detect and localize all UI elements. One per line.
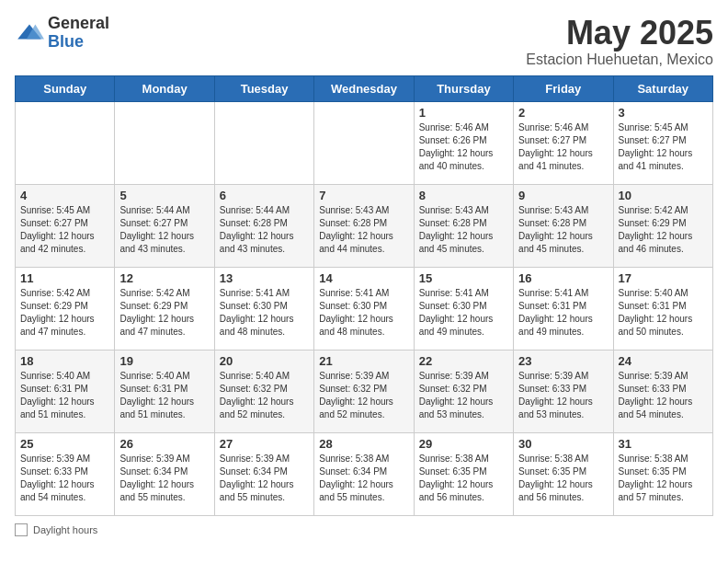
day-number: 20 bbox=[220, 354, 309, 368]
day-number: 4 bbox=[20, 189, 109, 202]
day-info: Sunrise: 5:39 AM Sunset: 6:33 PM Dayligh… bbox=[619, 370, 708, 421]
calendar-week-2: 4Sunrise: 5:45 AM Sunset: 6:27 PM Daylig… bbox=[16, 184, 713, 267]
day-info: Sunrise: 5:42 AM Sunset: 6:29 PM Dayligh… bbox=[619, 204, 708, 256]
day-number: 24 bbox=[619, 354, 708, 368]
day-info: Sunrise: 5:43 AM Sunset: 6:28 PM Dayligh… bbox=[518, 204, 608, 256]
location: Estacion Huehuetan, Mexico bbox=[526, 52, 713, 68]
day-info: Sunrise: 5:44 AM Sunset: 6:28 PM Dayligh… bbox=[220, 204, 309, 256]
logo-general-text: General bbox=[48, 14, 109, 32]
day-number: 2 bbox=[518, 106, 608, 120]
day-number: 8 bbox=[419, 189, 508, 202]
day-number: 25 bbox=[20, 437, 109, 451]
day-number: 22 bbox=[419, 354, 508, 368]
logo-blue-text: Blue bbox=[48, 32, 84, 51]
calendar-cell: 23Sunrise: 5:39 AM Sunset: 6:33 PM Dayli… bbox=[514, 350, 613, 432]
daylight-box bbox=[15, 523, 28, 536]
day-number: 7 bbox=[319, 189, 408, 202]
day-info: Sunrise: 5:38 AM Sunset: 6:34 PM Dayligh… bbox=[319, 453, 408, 504]
day-number: 31 bbox=[619, 437, 708, 451]
day-header-sunday: Sunday bbox=[16, 75, 115, 101]
day-number: 5 bbox=[119, 189, 209, 202]
calendar-week-4: 18Sunrise: 5:40 AM Sunset: 6:31 PM Dayli… bbox=[16, 350, 713, 432]
day-info: Sunrise: 5:43 AM Sunset: 6:28 PM Dayligh… bbox=[419, 204, 508, 256]
calendar-cell: 2Sunrise: 5:46 AM Sunset: 6:27 PM Daylig… bbox=[514, 101, 613, 184]
calendar-header-row: SundayMondayTuesdayWednesdayThursdayFrid… bbox=[16, 75, 713, 101]
day-number: 18 bbox=[20, 354, 109, 368]
calendar-cell: 17Sunrise: 5:40 AM Sunset: 6:31 PM Dayli… bbox=[613, 267, 712, 350]
day-number: 1 bbox=[419, 106, 508, 120]
day-number: 13 bbox=[220, 271, 309, 285]
calendar-cell: 6Sunrise: 5:44 AM Sunset: 6:28 PM Daylig… bbox=[214, 184, 313, 267]
day-info: Sunrise: 5:40 AM Sunset: 6:31 PM Dayligh… bbox=[619, 287, 708, 339]
day-number: 23 bbox=[518, 354, 608, 368]
calendar-cell: 12Sunrise: 5:42 AM Sunset: 6:29 PM Dayli… bbox=[115, 267, 214, 350]
day-info: Sunrise: 5:39 AM Sunset: 6:32 PM Dayligh… bbox=[419, 370, 508, 421]
calendar-cell: 8Sunrise: 5:43 AM Sunset: 6:28 PM Daylig… bbox=[414, 184, 513, 267]
calendar-cell: 26Sunrise: 5:39 AM Sunset: 6:34 PM Dayli… bbox=[115, 432, 214, 515]
day-info: Sunrise: 5:39 AM Sunset: 6:32 PM Dayligh… bbox=[319, 370, 408, 421]
day-number: 15 bbox=[419, 271, 508, 285]
calendar-cell: 15Sunrise: 5:41 AM Sunset: 6:30 PM Dayli… bbox=[414, 267, 513, 350]
page-header: General Blue May 2025 Estacion Huehuetan… bbox=[15, 15, 713, 68]
day-number: 9 bbox=[518, 189, 608, 202]
day-info: Sunrise: 5:46 AM Sunset: 6:26 PM Dayligh… bbox=[419, 121, 508, 173]
day-number: 30 bbox=[518, 437, 608, 451]
day-number: 16 bbox=[518, 271, 608, 285]
calendar-cell: 14Sunrise: 5:41 AM Sunset: 6:30 PM Dayli… bbox=[314, 267, 414, 350]
day-info: Sunrise: 5:41 AM Sunset: 6:30 PM Dayligh… bbox=[220, 287, 309, 339]
day-number: 29 bbox=[419, 437, 508, 451]
calendar-week-1: 1Sunrise: 5:46 AM Sunset: 6:26 PM Daylig… bbox=[16, 101, 713, 184]
day-header-tuesday: Tuesday bbox=[214, 75, 313, 101]
day-number: 17 bbox=[619, 271, 708, 285]
day-info: Sunrise: 5:39 AM Sunset: 6:34 PM Dayligh… bbox=[119, 453, 209, 504]
title-block: May 2025 Estacion Huehuetan, Mexico bbox=[526, 15, 713, 68]
calendar-cell bbox=[16, 101, 115, 184]
day-header-saturday: Saturday bbox=[613, 75, 712, 101]
calendar-cell: 11Sunrise: 5:42 AM Sunset: 6:29 PM Dayli… bbox=[16, 267, 115, 350]
calendar-cell bbox=[115, 101, 214, 184]
calendar-cell: 31Sunrise: 5:38 AM Sunset: 6:35 PM Dayli… bbox=[613, 432, 712, 515]
day-number: 11 bbox=[20, 271, 109, 285]
day-header-thursday: Thursday bbox=[414, 75, 513, 101]
calendar-cell: 21Sunrise: 5:39 AM Sunset: 6:32 PM Dayli… bbox=[314, 350, 414, 432]
day-number: 28 bbox=[319, 437, 408, 451]
day-info: Sunrise: 5:43 AM Sunset: 6:28 PM Dayligh… bbox=[319, 204, 408, 256]
day-info: Sunrise: 5:38 AM Sunset: 6:35 PM Dayligh… bbox=[619, 453, 708, 504]
day-info: Sunrise: 5:38 AM Sunset: 6:35 PM Dayligh… bbox=[419, 453, 508, 504]
day-info: Sunrise: 5:41 AM Sunset: 6:30 PM Dayligh… bbox=[319, 287, 408, 339]
day-info: Sunrise: 5:40 AM Sunset: 6:32 PM Dayligh… bbox=[220, 370, 309, 421]
calendar-cell bbox=[214, 101, 313, 184]
calendar-cell: 29Sunrise: 5:38 AM Sunset: 6:35 PM Dayli… bbox=[414, 432, 513, 515]
day-info: Sunrise: 5:40 AM Sunset: 6:31 PM Dayligh… bbox=[20, 370, 109, 421]
calendar-cell: 3Sunrise: 5:45 AM Sunset: 6:27 PM Daylig… bbox=[613, 101, 712, 184]
calendar-cell: 30Sunrise: 5:38 AM Sunset: 6:35 PM Dayli… bbox=[514, 432, 613, 515]
calendar-cell: 22Sunrise: 5:39 AM Sunset: 6:32 PM Dayli… bbox=[414, 350, 513, 432]
day-number: 19 bbox=[119, 354, 209, 368]
day-info: Sunrise: 5:44 AM Sunset: 6:27 PM Dayligh… bbox=[119, 204, 209, 256]
logo: General Blue bbox=[15, 15, 109, 52]
calendar-cell bbox=[314, 101, 414, 184]
logo-icon bbox=[15, 18, 44, 48]
calendar-cell: 19Sunrise: 5:40 AM Sunset: 6:31 PM Dayli… bbox=[115, 350, 214, 432]
day-info: Sunrise: 5:42 AM Sunset: 6:29 PM Dayligh… bbox=[119, 287, 209, 339]
day-info: Sunrise: 5:39 AM Sunset: 6:33 PM Dayligh… bbox=[20, 453, 109, 504]
day-number: 26 bbox=[119, 437, 209, 451]
calendar-cell: 16Sunrise: 5:41 AM Sunset: 6:31 PM Dayli… bbox=[514, 267, 613, 350]
day-number: 12 bbox=[119, 271, 209, 285]
calendar-cell: 28Sunrise: 5:38 AM Sunset: 6:34 PM Dayli… bbox=[314, 432, 414, 515]
day-info: Sunrise: 5:40 AM Sunset: 6:31 PM Dayligh… bbox=[119, 370, 209, 421]
calendar-cell: 10Sunrise: 5:42 AM Sunset: 6:29 PM Dayli… bbox=[613, 184, 712, 267]
day-info: Sunrise: 5:39 AM Sunset: 6:33 PM Dayligh… bbox=[518, 370, 608, 421]
calendar-cell: 5Sunrise: 5:44 AM Sunset: 6:27 PM Daylig… bbox=[115, 184, 214, 267]
day-info: Sunrise: 5:38 AM Sunset: 6:35 PM Dayligh… bbox=[518, 453, 608, 504]
calendar-week-3: 11Sunrise: 5:42 AM Sunset: 6:29 PM Dayli… bbox=[16, 267, 713, 350]
day-number: 10 bbox=[619, 189, 708, 202]
day-number: 14 bbox=[319, 271, 408, 285]
calendar-cell: 1Sunrise: 5:46 AM Sunset: 6:26 PM Daylig… bbox=[414, 101, 513, 184]
calendar-cell: 18Sunrise: 5:40 AM Sunset: 6:31 PM Dayli… bbox=[16, 350, 115, 432]
day-info: Sunrise: 5:42 AM Sunset: 6:29 PM Dayligh… bbox=[20, 287, 109, 339]
day-info: Sunrise: 5:46 AM Sunset: 6:27 PM Dayligh… bbox=[518, 121, 608, 173]
day-header-friday: Friday bbox=[514, 75, 613, 101]
calendar-cell: 24Sunrise: 5:39 AM Sunset: 6:33 PM Dayli… bbox=[613, 350, 712, 432]
day-info: Sunrise: 5:41 AM Sunset: 6:30 PM Dayligh… bbox=[419, 287, 508, 339]
